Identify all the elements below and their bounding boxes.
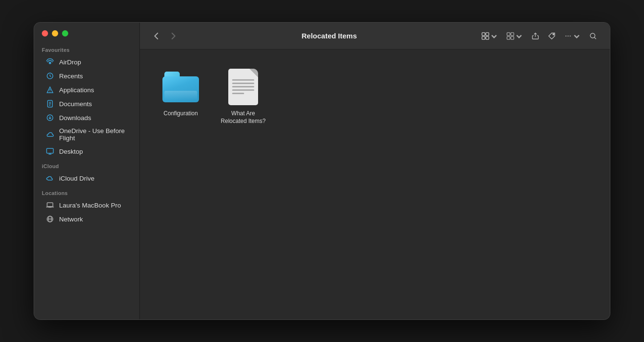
sidebar-item-icloud-drive[interactable]: iCloud Drive (38, 171, 136, 185)
sidebar-item-macbook[interactable]: Laura's MacBook Pro (38, 198, 136, 212)
sidebar-item-documents[interactable]: Documents (38, 97, 136, 110)
folder-shine (164, 91, 197, 100)
sidebar-label-downloads: Downloads (59, 114, 91, 122)
recents-icon (46, 72, 54, 80)
sidebar-label-icloud-drive: iCloud Drive (59, 175, 95, 182)
sidebar-item-onedrive[interactable]: OneDrive - Use Before Flight (38, 125, 136, 144)
sidebar: Favourites AirDrop (34, 23, 140, 319)
sidebar-item-airdrop[interactable]: AirDrop (38, 55, 136, 69)
sidebar-label-desktop: Desktop (59, 148, 83, 155)
doc-line-3 (232, 86, 254, 87)
svg-point-30 (568, 35, 569, 36)
sidebar-label-documents: Documents (59, 100, 92, 108)
sidebar-section-icloud: iCloud (34, 159, 139, 171)
folder-body (162, 76, 199, 102)
sidebar-label-applications: Applications (59, 86, 94, 94)
doc-line-4 (232, 89, 254, 91)
doc-line-2 (232, 83, 254, 84)
doc-fold (249, 69, 258, 77)
svg-rect-23 (486, 36, 489, 39)
sidebar-item-desktop[interactable]: Desktop (38, 145, 136, 158)
svg-point-29 (553, 34, 554, 35)
minimize-button[interactable] (52, 30, 58, 37)
sidebar-item-applications[interactable]: Applications (38, 83, 136, 97)
svg-point-32 (570, 35, 570, 36)
svg-rect-26 (507, 36, 510, 39)
tag-button[interactable] (545, 30, 559, 42)
folder-icon-wrapper (161, 68, 200, 106)
window-title: Relocated Items (184, 32, 474, 40)
view-grid-button[interactable] (478, 30, 501, 42)
svg-point-31 (566, 35, 567, 36)
finder-window: Favourites AirDrop (34, 22, 610, 320)
svg-rect-22 (482, 36, 485, 39)
svg-point-0 (49, 62, 51, 64)
downloads-icon (46, 113, 54, 122)
sidebar-label-onedrive: OneDrive - Use Before Flight (59, 127, 128, 142)
view-list-button[interactable] (503, 30, 526, 42)
document-icon (228, 69, 258, 105)
content-toolbar: Relocated Items (140, 23, 610, 49)
sidebar-item-network[interactable]: Network (38, 212, 136, 226)
file-item-relocated-info[interactable]: What AreRelocated Items? (217, 64, 270, 129)
onedrive-icon (46, 130, 54, 139)
network-icon (46, 215, 54, 223)
svg-rect-24 (507, 32, 510, 35)
sidebar-label-macbook: Laura's MacBook Pro (59, 202, 121, 209)
file-item-configuration[interactable]: Configuration (154, 64, 207, 129)
doc-lines (232, 79, 254, 94)
laptop-icon (46, 201, 54, 209)
file-grid: Configuration (140, 49, 610, 319)
maximize-button[interactable] (62, 30, 68, 37)
traffic-lights (34, 30, 130, 42)
svg-line-34 (594, 37, 596, 39)
sidebar-label-airdrop: AirDrop (59, 59, 81, 66)
file-label-configuration: Configuration (163, 110, 198, 118)
window-body: Favourites AirDrop (34, 23, 610, 319)
sidebar-label-recents: Recents (59, 73, 83, 80)
content-panel: Relocated Items (140, 23, 610, 319)
icloud-icon (46, 174, 54, 183)
svg-point-33 (590, 33, 595, 38)
svg-rect-20 (482, 32, 485, 35)
svg-rect-14 (47, 203, 53, 207)
share-button[interactable] (528, 30, 543, 42)
svg-rect-21 (486, 32, 489, 35)
airdrop-icon (46, 58, 54, 66)
doc-line-5 (232, 93, 244, 94)
desktop-icon (46, 147, 54, 156)
toolbar-actions (478, 30, 600, 42)
folder-icon (162, 72, 199, 102)
applications-icon (46, 86, 54, 94)
sidebar-section-locations: Locations (34, 185, 139, 198)
svg-rect-11 (47, 148, 53, 153)
document-icon-wrapper (224, 68, 262, 106)
back-button[interactable] (149, 30, 163, 42)
forward-button[interactable] (167, 30, 180, 42)
doc-line-1 (232, 79, 254, 81)
sidebar-item-recents[interactable]: Recents (38, 69, 136, 83)
more-button[interactable] (561, 30, 584, 42)
search-button[interactable] (586, 30, 600, 42)
close-button[interactable] (42, 30, 48, 37)
svg-point-4 (50, 91, 50, 92)
sidebar-label-network: Network (59, 216, 83, 223)
sidebar-section-favourites: Favourites (34, 42, 139, 55)
sidebar-item-downloads[interactable]: Downloads (38, 111, 136, 124)
svg-rect-27 (511, 36, 514, 39)
file-label-relocated-info: What AreRelocated Items? (221, 110, 265, 125)
svg-rect-25 (511, 32, 514, 35)
documents-icon (46, 99, 54, 108)
